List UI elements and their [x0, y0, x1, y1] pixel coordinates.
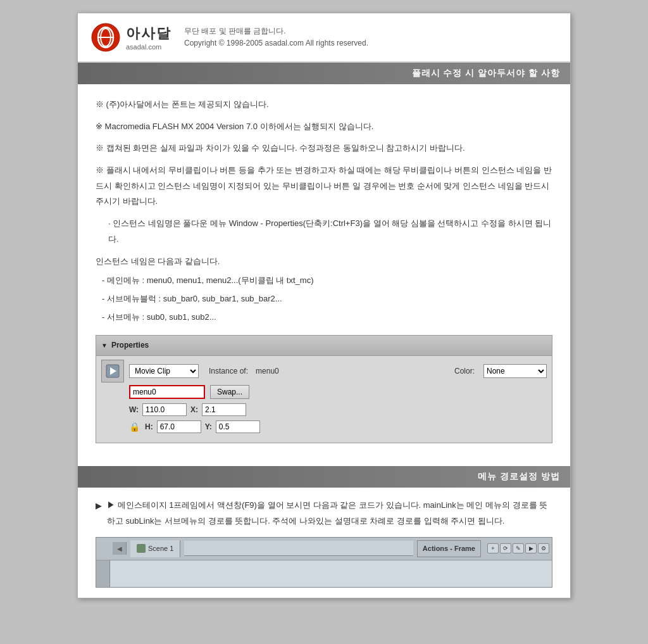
- instance-of-value: menu0: [256, 364, 279, 379]
- section2-title: 메뉴 경로설정 방법: [478, 471, 560, 481]
- instance-name-input[interactable]: [129, 385, 205, 399]
- mini-btn-2[interactable]: ⟳: [500, 543, 511, 553]
- section1-title: 플래시 수정 시 알아두서야 할 사항: [412, 68, 560, 78]
- note-2: ※ Macromedia FLASH MX 2004 Version 7.0 이…: [96, 119, 552, 135]
- properties-body: Movie Clip Instance of: menu0 Color: Non…: [96, 356, 552, 443]
- note-3: ※ 캡쳐된 화면은 실제 파일과 차이가 있을 수 있습니다. 수정과정은 동일…: [96, 141, 552, 156]
- properties-title: Properties: [111, 338, 149, 353]
- logo-korean: 아사달: [126, 24, 171, 43]
- section1-content: ※ (주)아사달에서는 폰트는 제공되지 않습니다. ※ Macromedia …: [78, 84, 570, 466]
- page-wrapper: 아사달 asadal.com 무단 배포 및 판매를 금합니다. Copyrig…: [77, 13, 571, 598]
- lock-icon: 🔒: [129, 419, 140, 436]
- instance-list-0: - 메인메뉴 : menu0, menu1, menu2...(무비클립 내 t…: [102, 273, 552, 289]
- x-input[interactable]: [202, 403, 246, 416]
- scene-icon: [137, 544, 146, 553]
- mini-btn-5[interactable]: ⚙: [538, 543, 549, 553]
- header-copy: 무단 배포 및 판매를 금합니다. Copyright © 1998-2005 …: [184, 25, 368, 49]
- logo-icon: [90, 22, 121, 53]
- actions-toolbar: + ⟳ ✎ ▶ ⚙: [487, 543, 549, 553]
- section2-body: ▶ 메인스테이지 1프레임에서 액션창(F9)을 열어 보시면 다음과 같은 코…: [107, 498, 552, 529]
- actions-code-area: [110, 560, 552, 588]
- warning-text: 무단 배포 및 판매를 금합니다.: [184, 25, 368, 37]
- mini-btn-1[interactable]: +: [487, 543, 499, 553]
- prop-row-hlock: 🔒 H: Y:: [101, 419, 547, 436]
- actions-preview: ◀ Scene 1 Actions - Frame + ⟳ ✎ ▶ ⚙: [96, 537, 552, 588]
- x-label: X:: [190, 403, 198, 417]
- mini-btn-3[interactable]: ✎: [513, 543, 524, 553]
- y-label: Y:: [205, 420, 212, 434]
- copyright-text: Copyright © 1998-2005 asadal.com All rig…: [184, 37, 368, 49]
- prop-row1: Movie Clip Instance of: menu0 Color: Non…: [101, 360, 547, 382]
- arrow-icon: ▶: [96, 498, 102, 529]
- actions-btn-row: ◀ Scene 1 Actions - Frame + ⟳ ✎ ▶ ⚙: [96, 538, 552, 560]
- section2-header: 메뉴 경로설정 방법: [78, 466, 570, 488]
- prop-icon-box: [101, 360, 124, 382]
- side-handle: ◀: [113, 542, 127, 555]
- actions-sidebar: [96, 560, 110, 588]
- actions-frame-label: Actions - Frame: [417, 540, 481, 557]
- instance-list-1: - 서브메뉴블럭 : sub_bar0, sub_bar1, sub_bar2.…: [102, 291, 552, 307]
- scene1-label: Scene 1: [148, 542, 173, 555]
- arrow-item: ▶ ▶ 메인스테이지 1프레임에서 액션창(F9)을 열어 보시면 다음과 같은…: [96, 498, 552, 529]
- instance-of-label: Instance of:: [209, 364, 248, 379]
- properties-title-bar: ▼ Properties: [96, 336, 552, 356]
- logo-sub: asadal.com: [126, 43, 171, 51]
- sub-note: · 인스턴스 네임명은 풀다운 메뉴 Window - Properties(단…: [108, 216, 552, 247]
- scene1-tab[interactable]: Scene 1: [130, 540, 180, 557]
- prop-row-wh: W: X:: [101, 403, 547, 417]
- y-input[interactable]: [216, 420, 260, 433]
- w-label: W:: [129, 403, 139, 417]
- instance-list-2: - 서브메뉴 : sub0, sub1, sub2...: [102, 310, 552, 325]
- logo-text-area: 아사달 asadal.com: [126, 24, 171, 51]
- header: 아사달 asadal.com 무단 배포 및 판매를 금합니다. Copyrig…: [78, 13, 570, 63]
- note-4: ※ 플래시 내에서의 무비클립이나 버튼 등을 추가 또는 변경하고자 하실 때…: [96, 163, 552, 210]
- prop-row2-name: Swap...: [101, 385, 547, 399]
- section2-content: ▶ ▶ 메인스테이지 1프레임에서 액션창(F9)을 열어 보시면 다음과 같은…: [78, 488, 570, 597]
- w-input[interactable]: [142, 403, 187, 416]
- swap-button[interactable]: Swap...: [210, 385, 249, 399]
- type-select[interactable]: Movie Clip: [129, 364, 199, 378]
- color-label: Color:: [454, 364, 475, 379]
- h-label: H:: [145, 420, 153, 434]
- note-1: ※ (주)아사달에서는 폰트는 제공되지 않습니다.: [96, 97, 552, 113]
- actions-body: [96, 560, 552, 588]
- h-input[interactable]: [157, 420, 201, 433]
- movie-clip-icon: [106, 364, 120, 378]
- logo-area: 아사달 asadal.com: [90, 22, 171, 53]
- section1-header: 플래시 수정 시 알아두서야 할 사항: [78, 63, 570, 84]
- mini-btn-4[interactable]: ▶: [525, 543, 537, 553]
- properties-panel: ▼ Properties Movie Clip Instance of:: [96, 335, 552, 443]
- triangle-icon: ▼: [101, 339, 108, 351]
- instance-heading: 인스턴스 네임은 다음과 같습니다.: [96, 254, 552, 270]
- color-select[interactable]: None: [483, 364, 547, 378]
